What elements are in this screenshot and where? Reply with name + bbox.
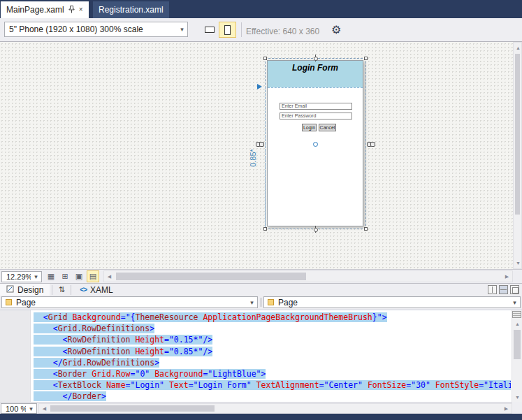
page-element-icon [6, 299, 12, 305]
tab-registration-xaml[interactable]: Registration.xaml [93, 1, 169, 18]
breadcrumb-bar: Page ▾ Page ▾ [0, 296, 522, 310]
scrollbar-thumb[interactable] [50, 405, 215, 412]
designer-zoom-value: 12.29% [2, 273, 31, 281]
editor-split-grip[interactable] [512, 311, 521, 318]
portrait-icon [224, 25, 231, 35]
landscape-orientation-button[interactable] [201, 22, 218, 38]
grid-row-rail [265, 87, 266, 227]
code-line[interactable]: <TextBlock Name="Login" Text="Login Form… [34, 379, 511, 391]
design-view-tab[interactable]: Design [0, 284, 50, 296]
password-textbox[interactable]: Enter Password [280, 113, 352, 120]
show-grid-button[interactable]: ▦ [45, 270, 57, 282]
editor-horizontal-scrollbar[interactable]: ◀ ▶ [38, 403, 512, 414]
code-line[interactable]: <Border Grid.Row="0" Background="LightBl… [34, 368, 511, 379]
chain-anchor-right-icon[interactable] [367, 142, 375, 147]
scroll-left-icon[interactable]: ◀ [39, 404, 50, 413]
login-form-title: Login Form [268, 61, 363, 73]
row-divider-arrow[interactable] [257, 84, 262, 89]
pane-splitter[interactable] [259, 296, 263, 308]
separator [71, 285, 71, 295]
artboard-header: Login Form [268, 61, 363, 87]
resize-handle-bottom-right[interactable] [364, 227, 368, 231]
scrollbar-thumb[interactable] [116, 273, 306, 280]
page-element-icon [268, 299, 274, 305]
login-button[interactable]: Login [302, 124, 317, 131]
design-surface[interactable]: Login Form Enter Email Enter Password Lo… [0, 42, 522, 269]
row-height-label: 0.85* [249, 141, 257, 175]
scroll-right-icon[interactable]: ▶ [502, 271, 512, 282]
editor-gutter[interactable] [0, 310, 31, 402]
editor-zoom-value: 100 % [1, 405, 26, 413]
designer-horizontal-scrollbar[interactable]: ◀ ▶ [103, 270, 513, 282]
tab-label: MainPage.xaml [6, 5, 64, 15]
status-bar [0, 414, 522, 420]
element-selector-value: Page [12, 298, 247, 307]
close-icon[interactable]: × [79, 6, 83, 13]
xaml-view-icon: <> [80, 286, 87, 294]
collapse-pane-button[interactable] [510, 285, 519, 294]
xaml-view-tab[interactable]: <> XAML [73, 284, 119, 296]
scroll-up-icon[interactable]: ▲ [512, 319, 522, 329]
portrait-orientation-button[interactable] [219, 22, 236, 38]
scroll-up-icon[interactable]: ▲ [513, 43, 522, 53]
tab-mainpage-xaml[interactable]: MainPage.xaml × [1, 1, 89, 18]
code-line[interactable]: </Border> [34, 391, 511, 402]
separator [52, 285, 52, 295]
scrollbar-thumb[interactable] [514, 330, 521, 359]
effective-resolution-label: Effective: 640 x 360 [246, 27, 319, 36]
artboard-background-button[interactable]: ▤ [87, 270, 99, 282]
scrollbar-corner [512, 402, 522, 414]
vertical-split-button[interactable] [488, 285, 497, 294]
design-view-icon [6, 285, 14, 295]
device-toolbar: 5" Phone (1920 x 1080) 300% scale ▾ Effe… [0, 18, 522, 42]
tab-label: Registration.xaml [99, 5, 164, 15]
designer-zoom-bar: 12.29% ▾ ▦ ⊞ ▣ ▤ ◀ ▶ [0, 269, 522, 283]
element-selector-right[interactable]: Page ▾ [263, 296, 521, 308]
element-selector-left[interactable]: Page ▾ [1, 296, 258, 308]
view-split-bar: Design ⇅ <> XAML [0, 283, 522, 296]
scrollbar-thumb[interactable] [515, 54, 520, 215]
horizontal-split-button[interactable] [499, 285, 508, 294]
element-selector-value: Page [274, 298, 509, 307]
code-line[interactable]: <Grid Background="{ThemeResource Applica… [34, 312, 511, 323]
chevron-down-icon: ▾ [247, 299, 257, 306]
resize-handle-top-right[interactable] [364, 57, 368, 60]
anchor-bottom-icon[interactable] [313, 226, 319, 233]
code-line[interactable]: <RowDefinition Height="0.85*"/> [34, 346, 511, 357]
xaml-editor: <Grid Background="{ThemeResource Applica… [0, 310, 522, 402]
snap-grid-icon: ⊞ [61, 272, 68, 281]
xaml-code[interactable]: <Grid Background="{ThemeResource Applica… [34, 312, 511, 402]
pin-icon[interactable] [68, 6, 75, 15]
resize-handle-bottom-left[interactable] [263, 227, 267, 231]
email-textbox[interactable]: Enter Email [280, 103, 352, 110]
editor-zoom-select[interactable]: 100 % ▾ [1, 403, 37, 414]
editor-vertical-scrollbar[interactable]: ▲ ▼ [512, 310, 522, 402]
design-vertical-scrollbar[interactable]: ▲ ▼ [513, 42, 522, 269]
device-selector-value: 5" Phone (1920 x 1080) 300% scale [5, 24, 177, 34]
chevron-down-icon: ▾ [177, 26, 187, 33]
scroll-left-icon[interactable]: ◀ [104, 271, 115, 282]
chevron-down-icon: ▾ [31, 273, 41, 280]
swap-panes-button[interactable]: ⇅ [55, 285, 68, 294]
cancel-button[interactable]: Cancel [319, 124, 336, 131]
xaml-view-label: XAML [90, 285, 113, 295]
device-settings-button[interactable]: ⚙ [331, 24, 341, 36]
scroll-down-icon[interactable]: ▼ [512, 392, 522, 402]
phone-artboard[interactable]: Login Form Enter Email Enter Password Lo… [267, 60, 363, 226]
chevron-down-icon: ▾ [509, 299, 520, 306]
snap-to-grid-button[interactable]: ⊞ [59, 270, 71, 282]
scroll-down-icon[interactable]: ▼ [513, 258, 522, 268]
code-line[interactable]: <Grid.RowDefinitions> [34, 323, 511, 334]
artboard-background-icon: ▤ [89, 272, 96, 281]
code-line[interactable]: </Grid.RowDefinitions> [34, 357, 511, 368]
document-tab-bar: MainPage.xaml × Registration.xaml [0, 0, 522, 18]
code-line[interactable]: <RowDefinition Height="0.15*"/> [34, 334, 511, 345]
designer-zoom-select[interactable]: 12.29% ▾ [1, 271, 42, 282]
scroll-right-icon[interactable]: ▶ [501, 404, 512, 413]
gear-icon: ⚙ [331, 24, 341, 36]
snaplines-button[interactable]: ▣ [73, 270, 85, 282]
toolbar-separator [241, 22, 242, 37]
device-selector[interactable]: 5" Phone (1920 x 1080) 300% scale ▾ [4, 22, 188, 37]
visual-studio-window: MainPage.xaml × Registration.xaml 5" Pho… [0, 0, 522, 420]
chevron-down-icon: ▾ [26, 405, 36, 412]
